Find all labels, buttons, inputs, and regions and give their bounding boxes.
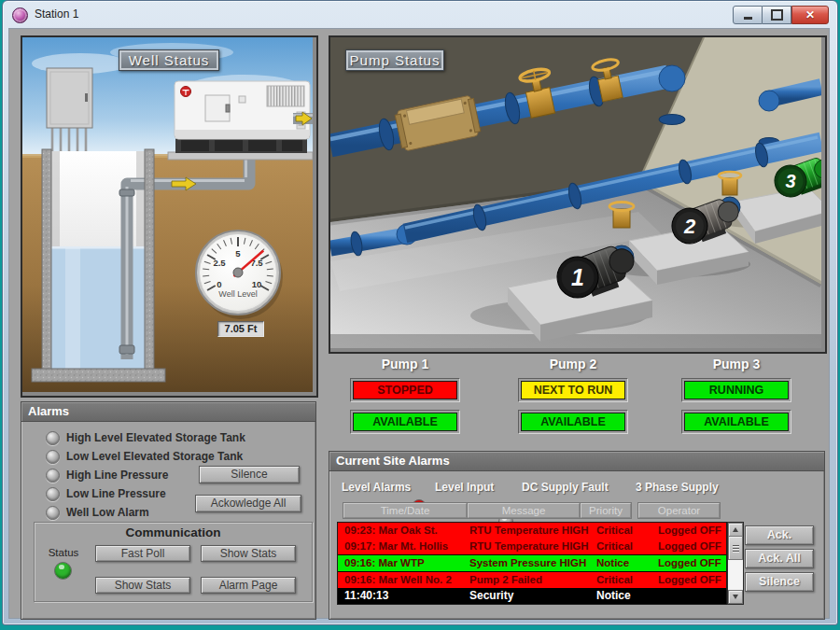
gauge-tick-0: 0: [217, 279, 221, 289]
maximize-button[interactable]: [763, 6, 791, 24]
pump-1-status: STOPPED: [353, 381, 457, 399]
pump-3-availability: AVAILABLE: [684, 413, 789, 431]
pump-scene-panel: 1 2 3 Pump Status: [329, 35, 827, 354]
maximize-icon: [771, 9, 783, 21]
pump-1-name: Pump 1: [344, 357, 466, 371]
generator: [168, 81, 313, 160]
pump-3-column: Pump 3 RUNNING AVAILABLE: [676, 357, 797, 434]
site-alarms-panel: Current Site Alarms Level Alarms Level I…: [329, 451, 825, 620]
pump-3-number: 3: [785, 171, 795, 191]
comm-status-led: [54, 562, 72, 580]
alarm-operator: Logged OFF: [658, 523, 726, 539]
gauge-tick-25: 2.5: [213, 258, 226, 268]
pump-1-availability: AVAILABLE: [353, 413, 457, 431]
pump-2-column: Pump 2 NEXT TO RUN AVAILABLE: [512, 357, 634, 434]
alarm-operator: Logged OFF: [658, 572, 726, 588]
ack-all-button[interactable]: Ack. All: [745, 549, 814, 568]
acknowledge-all-button[interactable]: Ackowledge All: [195, 495, 301, 512]
fast-poll-button[interactable]: Fast Poll: [95, 545, 190, 562]
alarm-time: 09:16: Mar WTP: [338, 555, 469, 571]
alarm-priority: Notice: [596, 588, 658, 604]
alarms-panel-title: Alarms: [21, 402, 315, 422]
alarm-row[interactable]: 11:40:13 Security Notice: [338, 588, 726, 604]
alarm-row[interactable]: 09:16: Mar Well No. 2 Pump 2 Failed Crit…: [338, 572, 726, 588]
pump-1-column: Pump 1 STOPPED AVAILABLE: [344, 357, 466, 434]
gauge-hub: [233, 268, 243, 277]
minimize-button[interactable]: [733, 6, 763, 24]
alarm-time: 09:23: Mar Oak St.: [338, 523, 469, 539]
well-slab: [32, 369, 165, 382]
alarm-priority: Notice: [596, 555, 658, 571]
three-phase-supply-label: 3 Phase Supply: [636, 481, 719, 494]
alarm-indicator-low-line-pressure: [46, 487, 60, 501]
scroll-up-button[interactable]: [728, 523, 743, 537]
alarm-indicator-high-line-pressure: [46, 469, 60, 483]
pump-3-name: Pump 3: [676, 357, 797, 371]
site-alarms-title: Current Site Alarms: [329, 452, 824, 471]
pump-3-status: RUNNING: [684, 381, 789, 399]
alarm-priority: Critical: [596, 523, 658, 539]
alarm-message: Security: [469, 588, 596, 604]
alarms-panel: Alarms High Level Elevated Storage Tank …: [21, 401, 316, 620]
alarm-message: RTU Temperature HIGH: [469, 539, 596, 554]
pump-2-name: Pump 2: [512, 357, 634, 371]
gauge-label: Well Level: [218, 289, 257, 299]
alarm-item-label: Low Line Pressure: [66, 487, 166, 500]
minimize-icon: [744, 17, 752, 20]
silence-button[interactable]: Silence: [199, 466, 300, 483]
communication-title: Communication: [35, 525, 312, 539]
pump-status-plate: Pump Status: [345, 49, 444, 71]
column-header-time[interactable]: Time/Date: [343, 503, 467, 518]
alarm-operator: [658, 588, 726, 604]
pump-2-availability: AVAILABLE: [521, 413, 625, 431]
pump-scene: 1 2 3: [330, 37, 821, 348]
alarm-list: 09:23: Mar Oak St. RTU Temperature HIGH …: [337, 522, 727, 605]
well-scene-panel: 0 2.5 5 7.5 10 Well Level Well Status 7.…: [21, 35, 318, 398]
alarm-indicator-low-level-est: [46, 450, 60, 464]
window-title: Station 1: [35, 7, 78, 21]
close-button[interactable]: ✕: [791, 6, 829, 24]
alarm-item-label: High Line Pressure: [66, 469, 168, 482]
alarm-time: 11:40:13: [338, 588, 469, 604]
well-status-plate: Well Status: [119, 49, 219, 71]
level-alarms-label: Level Alarms: [342, 481, 411, 494]
column-header-priority[interactable]: Priority: [581, 503, 631, 518]
alarm-item-label: High Level Elevated Storage Tank: [66, 431, 245, 444]
well-scene: 0 2.5 5 7.5 10 Well Level: [22, 37, 313, 392]
alarm-item-label: Well Low Alarm: [66, 506, 149, 519]
scrollbar-thumb[interactable]: [728, 536, 743, 560]
gauge-tick-5: 5: [235, 248, 241, 259]
alarm-list-scrollbar[interactable]: [727, 522, 744, 605]
level-input-label: Level Input: [435, 481, 494, 494]
silence-alarms-button[interactable]: Silence: [745, 572, 814, 592]
alarm-indicator-high-level-est: [46, 431, 60, 445]
alarm-indicator-well-low: [46, 506, 60, 520]
alarm-page-button[interactable]: Alarm Page: [201, 577, 296, 594]
show-stats-button-bottom[interactable]: Show Stats: [95, 577, 190, 594]
app-icon: [12, 7, 28, 23]
communication-group: Communication Status Fast Poll Show Stat…: [34, 522, 313, 602]
alarm-row[interactable]: 09:23: Mar Oak St. RTU Temperature HIGH …: [338, 523, 726, 539]
alarm-row[interactable]: 09:16: Mar WTP System Pressure HIGH Noti…: [338, 555, 726, 571]
close-icon: ✕: [805, 9, 815, 21]
column-header-operator[interactable]: Operator: [638, 503, 720, 518]
comm-status-label: Status: [42, 547, 85, 558]
column-header-message[interactable]: Message: [468, 503, 580, 518]
alarm-row[interactable]: 09:17: Mar Mt. Hollis RTU Temperature HI…: [338, 539, 726, 554]
ack-button[interactable]: Ack.: [745, 525, 814, 545]
pump-status-strip: Pump 1 STOPPED AVAILABLE Pump 2 NEXT TO …: [329, 357, 823, 446]
dc-supply-fault-label: DC Supply Fault: [522, 481, 609, 494]
alarm-priority: Critical: [596, 572, 658, 588]
well-level-reading: 7.05 Ft: [217, 321, 264, 337]
show-stats-button-top[interactable]: Show Stats: [201, 545, 296, 562]
gauge-tick-10: 10: [252, 279, 262, 289]
pump-1-number: 1: [571, 264, 584, 290]
scroll-down-button[interactable]: [728, 590, 743, 604]
alarm-message: Pump 2 Failed: [469, 572, 596, 588]
scroll-down-icon: [733, 595, 738, 599]
alarm-operator: Logged OFF: [658, 555, 726, 571]
title-bar[interactable]: Station 1 ✕: [3, 1, 837, 28]
pump-2-number: 2: [683, 215, 696, 238]
alarm-priority: Critical: [596, 539, 658, 554]
alarm-time: 09:16: Mar Well No. 2: [338, 572, 469, 588]
